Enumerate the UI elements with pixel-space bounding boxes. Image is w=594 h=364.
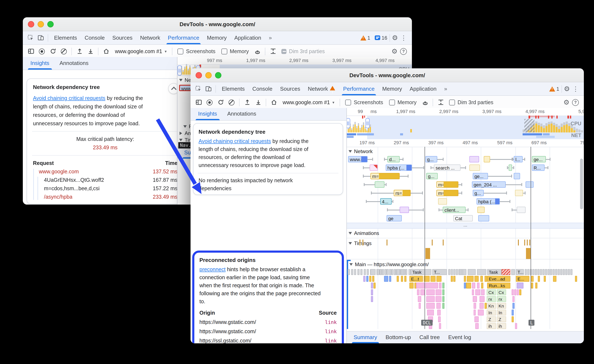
- minimize-button[interactable]: [205, 72, 212, 78]
- flame-segment[interactable]: [405, 269, 407, 275]
- flame-segment[interactable]: [451, 276, 453, 282]
- network-request[interactable]: [517, 207, 526, 213]
- memory-checkbox[interactable]: Memory: [221, 48, 249, 54]
- flame-segment[interactable]: [544, 276, 546, 282]
- record-button[interactable]: [36, 46, 47, 56]
- tab-sources[interactable]: Sources: [108, 32, 136, 44]
- flame-segment[interactable]: [438, 316, 441, 322]
- dim-3rd-parties-checkbox[interactable]: Dim 3rd parties: [281, 48, 325, 54]
- flame-segment[interactable]: [453, 269, 455, 275]
- flame-segment[interactable]: [366, 276, 368, 282]
- collapse-tracks-button[interactable]: [435, 97, 446, 107]
- flame-segment[interactable]: [537, 269, 540, 275]
- minimap-drag-handle[interactable]: [177, 65, 182, 76]
- network-request[interactable]: [370, 164, 378, 171]
- flame-segment[interactable]: [367, 269, 369, 275]
- flame-segment[interactable]: Task: [411, 269, 431, 275]
- flame-segment[interactable]: [560, 269, 562, 275]
- clear-recording-button[interactable]: [226, 97, 237, 107]
- flame-segment[interactable]: [393, 269, 396, 275]
- tab-performance[interactable]: Performance: [164, 32, 203, 44]
- warning-badge[interactable]: 1: [549, 86, 559, 92]
- flame-segment[interactable]: [501, 269, 510, 275]
- tab-annotations[interactable]: Annotations: [224, 108, 260, 120]
- flame-segment[interactable]: [542, 269, 545, 275]
- flame-segment[interactable]: [553, 269, 555, 275]
- network-request[interactable]: [438, 198, 447, 205]
- inspect-element-icon[interactable]: [193, 84, 203, 94]
- flame-segment[interactable]: [348, 269, 350, 275]
- flame-segment[interactable]: [478, 310, 484, 316]
- flame-segment[interactable]: [357, 269, 359, 275]
- flame-segment[interactable]: [371, 269, 376, 275]
- flame-segment[interactable]: [384, 276, 388, 282]
- record-button[interactable]: [204, 97, 215, 107]
- network-request[interactable]: hpba (...: [477, 198, 500, 205]
- tab-application[interactable]: Application: [230, 32, 265, 44]
- bottom-tab-summary[interactable]: Summary: [349, 332, 381, 343]
- flame-segment[interactable]: [570, 269, 573, 275]
- network-request[interactable]: [375, 181, 385, 188]
- table-row[interactable]: /async/hpba233.49 ms: [39, 193, 177, 201]
- flame-segment[interactable]: [437, 310, 441, 316]
- flame-segment[interactable]: Eve...ad: [487, 276, 510, 282]
- flame-segment[interactable]: [402, 269, 404, 275]
- kebab-menu-icon[interactable]: ⋮: [570, 86, 581, 92]
- network-request[interactable]: m=s...: [436, 181, 458, 188]
- dim-3rd-parties-checkbox[interactable]: Dim 3rd parties: [449, 99, 493, 105]
- flame-segment[interactable]: [531, 283, 533, 288]
- flame-segment[interactable]: [575, 276, 577, 282]
- flame-segment[interactable]: [459, 269, 461, 275]
- save-profile-button[interactable]: [85, 46, 96, 56]
- flame-segment[interactable]: [517, 289, 519, 295]
- flame-segment[interactable]: [409, 283, 414, 288]
- network-request[interactable]: g...: [473, 190, 484, 196]
- flame-segment[interactable]: [479, 303, 484, 309]
- flame-segment[interactable]: [439, 323, 441, 329]
- flame-segment[interactable]: [426, 303, 435, 309]
- kebab-menu-icon[interactable]: ⋮: [398, 35, 409, 41]
- flame-segment[interactable]: [397, 276, 399, 282]
- help-icon[interactable]: ?: [572, 99, 579, 106]
- flame-segment[interactable]: [555, 269, 557, 275]
- tab-console[interactable]: Console: [248, 83, 276, 95]
- tab-network[interactable]: Network: [136, 32, 164, 44]
- network-track-header[interactable]: Network: [349, 149, 373, 154]
- flame-segment[interactable]: [485, 303, 487, 309]
- network-request[interactable]: [515, 190, 523, 196]
- flame-segment[interactable]: [467, 276, 474, 282]
- flame-segment[interactable]: ih: [497, 323, 506, 329]
- network-request[interactable]: g...: [425, 156, 437, 162]
- tab-performance[interactable]: Performance: [339, 83, 378, 95]
- minimize-button[interactable]: [38, 21, 44, 27]
- reload-and-record-button[interactable]: [47, 46, 58, 56]
- network-request[interactable]: l...: [514, 156, 523, 162]
- flame-segment[interactable]: Kn: [497, 303, 506, 309]
- network-request[interactable]: gen_204 ...: [472, 181, 506, 188]
- flame-segment[interactable]: [389, 276, 391, 282]
- tab-elements[interactable]: Elements: [50, 32, 81, 44]
- flame-segment[interactable]: [372, 276, 374, 282]
- flame-segment[interactable]: [472, 283, 475, 288]
- flame-segment[interactable]: [563, 269, 565, 275]
- flame-segment[interactable]: [550, 269, 552, 275]
- load-profile-button[interactable]: [74, 46, 85, 56]
- flame-segment[interactable]: [519, 289, 521, 295]
- settings-gear-icon[interactable]: ⚙: [392, 48, 398, 55]
- history-dropdown[interactable]: www.google.com #1▾: [112, 46, 170, 56]
- flame-segment[interactable]: [463, 269, 466, 275]
- flame-segment[interactable]: In: [497, 310, 506, 316]
- screenshots-checkbox[interactable]: Screenshots: [178, 48, 216, 54]
- flame-segment[interactable]: [535, 283, 537, 288]
- flame-segment[interactable]: [380, 269, 382, 275]
- minimap-drag-handle[interactable]: [347, 118, 350, 128]
- device-toolbar-icon[interactable]: [203, 84, 213, 94]
- flame-segment[interactable]: T...: [432, 269, 447, 275]
- flame-segment[interactable]: [439, 283, 441, 288]
- flame-segment[interactable]: [527, 269, 529, 275]
- network-request[interactable]: [478, 215, 489, 221]
- flame-segment[interactable]: [485, 276, 487, 282]
- tab-network[interactable]: Network: [304, 83, 339, 95]
- network-request[interactable]: Cat: [453, 215, 473, 221]
- flame-segment[interactable]: [547, 269, 550, 275]
